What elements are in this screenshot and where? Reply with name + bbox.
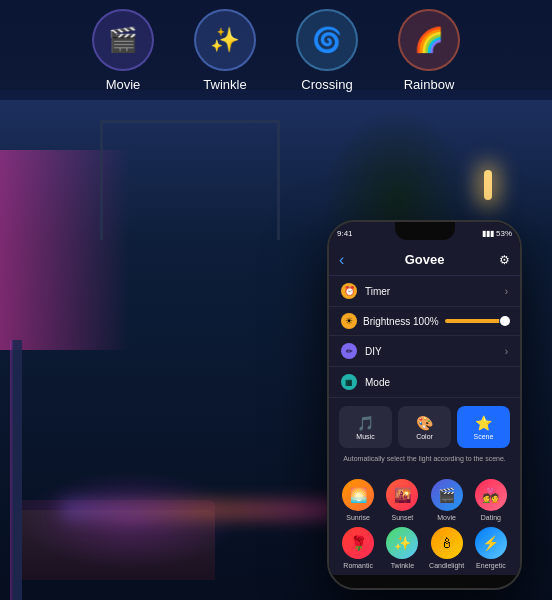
- brightness-icon: ☀: [341, 313, 357, 329]
- settings-button[interactable]: ⚙: [499, 253, 510, 267]
- crossing-icon: 🌀: [312, 26, 342, 54]
- sunrise-label: Sunrise: [346, 514, 370, 521]
- left-wall-glow: [0, 150, 130, 350]
- phone-time: 9:41: [337, 229, 353, 238]
- mode-description: Automatically select the light according…: [339, 454, 510, 463]
- diy-icon: ✏: [341, 343, 357, 359]
- crossing-circle: 🌀: [296, 9, 358, 71]
- scene-label: Scene: [474, 433, 494, 440]
- back-button[interactable]: ‹: [339, 251, 344, 269]
- phone-battery: ▮▮▮ 53%: [482, 229, 512, 238]
- twinkle-circle: ✨: [194, 9, 256, 71]
- diy-row[interactable]: ✏ DIY ›: [329, 336, 520, 367]
- movie-icon-item[interactable]: 🎬 Movie: [92, 9, 154, 92]
- scene-icon: ⭐: [475, 415, 492, 431]
- music-label: Music: [356, 433, 374, 440]
- color-mode-button[interactable]: 🎨 Color: [398, 406, 451, 448]
- movie-scene-icon: 🎬: [431, 479, 463, 511]
- wall-light-right: [484, 170, 492, 200]
- music-mode-button[interactable]: 🎵 Music: [339, 406, 392, 448]
- rainbow-icon-item[interactable]: 🌈 Rainbow: [398, 9, 460, 92]
- scene-candlelight[interactable]: 🕯 Candlelight: [428, 527, 466, 569]
- app-title: Govee: [405, 252, 445, 267]
- diy-label: DIY: [365, 346, 382, 357]
- twinkle-scene-icon: ✨: [386, 527, 418, 559]
- mode-buttons: 🎵 Music 🎨 Color ⭐ Scene: [339, 406, 510, 448]
- timer-left: ⏰ Timer: [341, 283, 390, 299]
- twinkle-icon: ✨: [210, 26, 240, 54]
- brightness-thumb: [500, 316, 510, 326]
- phone-mockup: 9:41 ▮▮▮ 53% ‹ Govee ⚙ ⏰ Timer ›: [327, 220, 522, 590]
- candlelight-label: Candlelight: [429, 562, 464, 569]
- mode-left: ▦ Mode: [341, 374, 390, 390]
- sofa-back: [15, 500, 215, 540]
- phone-outer: 9:41 ▮▮▮ 53% ‹ Govee ⚙ ⏰ Timer ›: [327, 220, 522, 590]
- phone-notch: [395, 222, 455, 240]
- dating-icon: 💑: [475, 479, 507, 511]
- top-icons-bar: 🎬 Movie ✨ Twinkle 🌀 Crossing 🌈 Rainbow: [0, 0, 552, 100]
- color-icon: 🎨: [416, 415, 433, 431]
- movie-icon: 🎬: [108, 26, 138, 54]
- mode-section: 🎵 Music 🎨 Color ⭐ Scene Automatically se…: [329, 398, 520, 479]
- movie-label: Movie: [106, 77, 141, 92]
- scene-grid: 🌅 Sunrise 🌇 Sunset 🎬 Movie 💑 Dating: [329, 479, 520, 575]
- dating-label: Dating: [481, 514, 501, 521]
- sunset-icon: 🌇: [386, 479, 418, 511]
- sofa-area: [15, 510, 215, 580]
- diy-chevron: ›: [505, 346, 508, 357]
- mode-row[interactable]: ▦ Mode: [329, 367, 520, 398]
- rainbow-circle: 🌈: [398, 9, 460, 71]
- scene-romantic[interactable]: 🌹 Romantic: [339, 527, 377, 569]
- brightness-label: Brightness 100%: [363, 316, 439, 327]
- romantic-icon: 🌹: [342, 527, 374, 559]
- floor-led-glow: [60, 500, 340, 520]
- scene-mode-button[interactable]: ⭐ Scene: [457, 406, 510, 448]
- scene-sunrise[interactable]: 🌅 Sunrise: [339, 479, 377, 521]
- movie-scene-label: Movie: [437, 514, 456, 521]
- candlelight-icon: 🕯: [431, 527, 463, 559]
- pillar-left: [10, 340, 22, 600]
- scene-movie[interactable]: 🎬 Movie: [428, 479, 466, 521]
- brightness-slider[interactable]: [445, 319, 508, 323]
- romantic-label: Romantic: [343, 562, 373, 569]
- twinkle-scene-label: Twinkle: [391, 562, 414, 569]
- timer-chevron: ›: [505, 286, 508, 297]
- movie-circle: 🎬: [92, 9, 154, 71]
- mode-icon: ▦: [341, 374, 357, 390]
- crossing-icon-item[interactable]: 🌀 Crossing: [296, 9, 358, 92]
- music-icon: 🎵: [357, 415, 374, 431]
- timer-label: Timer: [365, 286, 390, 297]
- diy-left: ✏ DIY: [341, 343, 382, 359]
- background-scene: 🎬 Movie ✨ Twinkle 🌀 Crossing 🌈 Rainbow: [0, 0, 552, 600]
- scene-energetic[interactable]: ⚡ Energetic: [472, 527, 510, 569]
- crossing-label: Crossing: [301, 77, 352, 92]
- energetic-icon: ⚡: [475, 527, 507, 559]
- timer-row[interactable]: ⏰ Timer ›: [329, 276, 520, 307]
- mode-label: Mode: [365, 377, 390, 388]
- couch-glow: [20, 470, 240, 570]
- scene-dating[interactable]: 💑 Dating: [472, 479, 510, 521]
- rainbow-label: Rainbow: [404, 77, 455, 92]
- scene-twinkle[interactable]: ✨ Twinkle: [383, 527, 421, 569]
- sunset-label: Sunset: [391, 514, 413, 521]
- phone-header: ‹ Govee ⚙: [329, 244, 520, 276]
- sunrise-icon: 🌅: [342, 479, 374, 511]
- pergola: [100, 120, 280, 240]
- timer-icon: ⏰: [341, 283, 357, 299]
- phone-content: ⏰ Timer › ☀ Brightness 100% ✏: [329, 276, 520, 575]
- color-label: Color: [416, 433, 433, 440]
- energetic-label: Energetic: [476, 562, 506, 569]
- scene-sunset[interactable]: 🌇 Sunset: [383, 479, 421, 521]
- rainbow-icon: 🌈: [414, 26, 444, 54]
- brightness-row[interactable]: ☀ Brightness 100%: [329, 307, 520, 336]
- twinkle-icon-item[interactable]: ✨ Twinkle: [194, 9, 256, 92]
- twinkle-label: Twinkle: [203, 77, 246, 92]
